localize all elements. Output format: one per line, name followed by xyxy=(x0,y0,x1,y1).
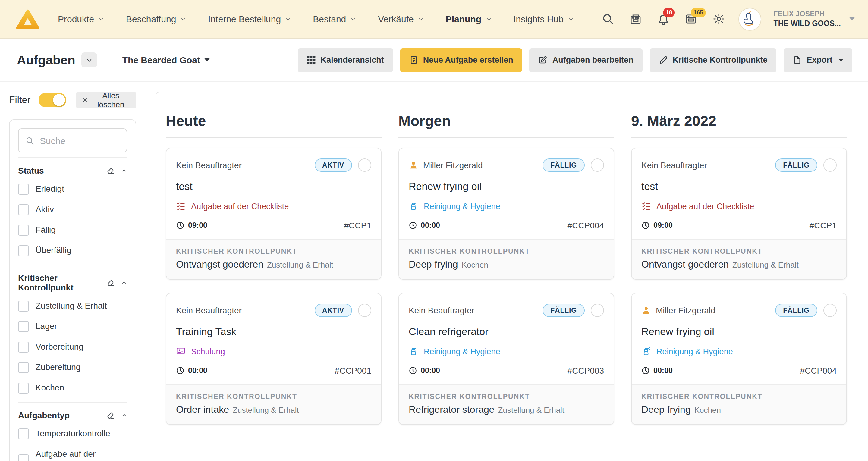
filter-section-header[interactable]: Status xyxy=(18,164,127,179)
filter-option-fällig[interactable]: Fällig xyxy=(18,220,127,241)
nav-item-label: Verkäufe xyxy=(378,14,413,24)
filter-option-aufgabe-auf-der-checkliste[interactable]: Aufgabe auf der Checkliste xyxy=(18,444,127,461)
clear-all-filters-button[interactable]: Alles löschen xyxy=(76,92,136,109)
status-badge: AKTIV xyxy=(314,158,352,172)
clock-icon xyxy=(409,366,417,375)
nav-item-interne-bestellung[interactable]: Interne Bestellung xyxy=(208,14,291,24)
content-area: Filter Alles löschen StatusErledigtAktiv… xyxy=(0,82,868,461)
filter-option-aktiv[interactable]: Aktiv xyxy=(18,199,127,220)
checkbox[interactable] xyxy=(18,225,29,236)
complete-task-checkbox[interactable] xyxy=(591,304,604,317)
outlet-selector[interactable]: The Bearded Goat xyxy=(122,55,210,65)
task-card[interactable]: Miller FitzgeraldFÄLLIGRenew frying oilR… xyxy=(631,293,847,425)
cleaning-icon xyxy=(409,201,418,211)
edit-square-icon xyxy=(538,56,548,64)
complete-task-checkbox[interactable] xyxy=(591,158,604,172)
export-button[interactable]: Export xyxy=(784,48,852,72)
checkbox[interactable] xyxy=(18,245,29,256)
filter-toolbar: Filter Alles löschen xyxy=(9,92,136,109)
cleaning-icon xyxy=(409,346,418,356)
filter-search xyxy=(18,128,127,152)
column-title: 9. März 2022 xyxy=(631,113,847,138)
task-card[interactable]: Kein BeauftragterFÄLLIGClean refrigerato… xyxy=(398,293,614,425)
checkbox[interactable] xyxy=(18,204,29,215)
filter-toggle[interactable] xyxy=(38,93,66,107)
checkbox[interactable] xyxy=(18,184,29,195)
ccp-footer: KRITISCHER KONTROLLPUNKTDeep fryingKoche… xyxy=(632,385,846,424)
eraser-icon xyxy=(106,166,115,175)
task-time-row: 00:00#CCP004 xyxy=(409,220,604,230)
production-button[interactable]: 165 xyxy=(683,11,699,27)
checkbox[interactable] xyxy=(18,301,29,312)
close-icon xyxy=(82,97,88,103)
nav-item-planung[interactable]: Planung xyxy=(446,14,492,24)
checkbox[interactable] xyxy=(18,362,29,373)
board-column-morgen: MorgenMiller FitzgeraldFÄLLIGRenew fryin… xyxy=(398,113,614,438)
chevron-down-icon xyxy=(285,16,291,22)
production-badge: 165 xyxy=(691,7,706,17)
chevron-up-icon xyxy=(121,167,127,174)
board-column-9-märz-2022: 9. März 2022Kein BeauftragterFÄLLIGtestA… xyxy=(631,113,847,438)
task-title: Renew frying oil xyxy=(409,181,604,193)
assignee-name: Miller Fitzgerald xyxy=(423,160,483,170)
filter-option-vorbereitung[interactable]: Vorbereitung xyxy=(18,337,127,357)
aufgaben-bearbeiten-button[interactable]: Aufgaben bearbeiten xyxy=(530,48,643,72)
user-menu-caret-icon[interactable] xyxy=(849,16,855,22)
nav-item-insights-hub[interactable]: Insights Hub xyxy=(513,14,574,24)
filter-option-zubereitung[interactable]: Zubereitung xyxy=(18,357,127,378)
notifications-button[interactable]: 18 xyxy=(655,11,671,27)
checkbox[interactable] xyxy=(18,454,29,461)
checkbox[interactable] xyxy=(18,428,29,439)
filter-section-header[interactable]: Kritischer Kontrollpunkt xyxy=(18,272,127,296)
filter-option-kochen[interactable]: Kochen xyxy=(18,378,127,398)
chevron-up-icon xyxy=(121,280,127,286)
page-header: Aufgaben The Bearded Goat Kalenderansich… xyxy=(0,38,868,82)
assignee: Kein Beauftragter xyxy=(641,160,769,170)
checkbox[interactable] xyxy=(18,383,29,394)
task-category-label: Aufgabe auf der Checkliste xyxy=(656,202,754,211)
task-title: test xyxy=(641,181,837,193)
page-title-dropdown-button[interactable] xyxy=(82,53,97,67)
kitchen-button[interactable] xyxy=(627,11,643,27)
assignee-name: Kein Beauftragter xyxy=(409,306,474,315)
user-menu[interactable]: FELIX JOSEPH THE WILD GOOS... xyxy=(773,10,841,28)
complete-task-checkbox[interactable] xyxy=(824,304,837,317)
task-category-label: Reinigung & Hygiene xyxy=(656,347,733,356)
nav-item-verkäufe[interactable]: Verkäufe xyxy=(378,14,424,24)
task-card[interactable]: Kein BeauftragterAKTIVTraining TaskSchul… xyxy=(166,293,381,425)
app-logo[interactable] xyxy=(16,8,40,30)
filter-option-erledigt[interactable]: Erledigt xyxy=(18,179,127,199)
task-card[interactable]: Kein BeauftragterAKTIVtestAufgabe auf de… xyxy=(166,148,381,280)
toggle-knob xyxy=(53,94,65,106)
ccp-footer-label: KRITISCHER KONTROLLPUNKT xyxy=(176,393,371,400)
eraser-icon xyxy=(106,278,115,287)
settings-button[interactable] xyxy=(711,11,726,27)
filter-option-lager[interactable]: Lager xyxy=(18,316,127,337)
complete-task-checkbox[interactable] xyxy=(824,158,837,172)
avatar[interactable] xyxy=(738,7,761,30)
neue-aufgabe-erstellen-button[interactable]: Neue Aufgabe erstellen xyxy=(400,48,522,72)
filter-option-zustellung-erhalt[interactable]: Zustellung & Erhalt xyxy=(18,296,127,316)
checkbox[interactable] xyxy=(18,321,29,332)
filter-sidebar: Filter Alles löschen StatusErledigtAktiv… xyxy=(9,92,136,461)
complete-task-checkbox[interactable] xyxy=(358,158,371,172)
ccp-footer-label: KRITISCHER KONTROLLPUNKT xyxy=(641,393,837,400)
kritische-kontrollpunkte-button[interactable]: Kritische Kontrollpunkte xyxy=(650,48,776,72)
ccp-footer-label: KRITISCHER KONTROLLPUNKT xyxy=(409,248,604,255)
checkbox[interactable] xyxy=(18,342,29,352)
filter-option-temperaturkontrolle[interactable]: Temperaturkontrolle xyxy=(18,424,127,444)
task-card[interactable]: Kein BeauftragterFÄLLIGtestAufgabe auf d… xyxy=(631,148,847,280)
nav-item-produkte[interactable]: Produkte xyxy=(58,14,104,24)
search-button[interactable] xyxy=(600,11,615,27)
task-category-label: Schulung xyxy=(191,347,225,356)
search-input[interactable] xyxy=(40,135,120,146)
nav-item-beschaffung[interactable]: Beschaffung xyxy=(126,14,186,24)
complete-task-checkbox[interactable] xyxy=(358,304,371,317)
kalenderansicht-button[interactable]: Kalenderansicht xyxy=(298,48,393,72)
filter-section-header[interactable]: Aufgabentyp xyxy=(18,409,127,424)
filter-option-überfällig[interactable]: Überfällig xyxy=(18,241,127,261)
task-time-row: 09:00#CCP1 xyxy=(176,220,371,230)
task-card[interactable]: Miller FitzgeraldFÄLLIGRenew frying oilR… xyxy=(398,148,614,280)
nav-item-label: Beschaffung xyxy=(126,14,176,24)
nav-item-bestand[interactable]: Bestand xyxy=(313,14,356,24)
